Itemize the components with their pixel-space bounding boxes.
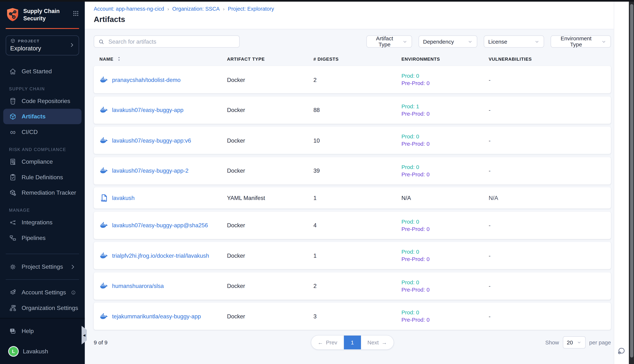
vulnerabilities-cell: - xyxy=(489,137,605,144)
table-row: lavakush07/easy-buggy-app:v6 Docker 10 P… xyxy=(94,127,611,154)
show-label: Show xyxy=(545,340,559,346)
arrow-left-icon: ← xyxy=(318,340,323,346)
prev-page-button[interactable]: ← Prev xyxy=(311,336,344,350)
sidebar-item-rule-definitions[interactable]: Rule Definitions xyxy=(3,170,82,185)
vulnerabilities-cell: - xyxy=(489,222,605,228)
preprod-env-link[interactable]: Pre-Prod: 0 xyxy=(401,317,489,323)
chevron-right-icon xyxy=(69,42,75,48)
environment-type-filter[interactable]: Environment Type xyxy=(550,35,611,48)
prod-env-link[interactable]: Prod: 0 xyxy=(401,73,489,79)
artifact-name-link[interactable]: tejakummarikuntla/easy-buggy-app xyxy=(112,313,201,320)
docker-icon xyxy=(99,166,108,175)
page-header: Account: app-harness-ng-cicd › Organizat… xyxy=(85,2,614,29)
app-grid-icon[interactable] xyxy=(73,7,79,17)
prod-env-link[interactable]: Prod: 0 xyxy=(401,310,489,316)
breadcrumb-project-link[interactable]: Project: Exploratory xyxy=(228,6,274,12)
scrollbar-track[interactable] xyxy=(629,0,634,364)
sidebar-item-pipelines[interactable]: Pipelines xyxy=(3,230,82,246)
sidebar-item-get-started[interactable]: Get Started xyxy=(3,64,82,79)
environments-cell: Prod: 0 Pre-Prod: 0 xyxy=(401,134,489,147)
search-box xyxy=(94,35,240,48)
svg-text:YML: YML xyxy=(101,199,107,202)
vulnerabilities-cell: - xyxy=(489,107,605,113)
table-row: YML lavakush YAML Manifest 1 N/A N/A xyxy=(94,187,611,208)
sidebar-item-account-settings[interactable]: Account Settings xyxy=(3,285,82,300)
sort-icon[interactable] xyxy=(117,56,122,62)
sidebar-item-project-settings[interactable]: Project Settings xyxy=(3,259,82,274)
table-row: lavakush07/easy-buggy-app-2 Docker 39 Pr… xyxy=(94,157,611,184)
artifact-name-link[interactable]: pranaycshah/todolist-demo xyxy=(112,76,180,83)
chat-support-icon[interactable] xyxy=(616,346,626,356)
chevron-down-icon xyxy=(601,39,606,44)
prod-env-link[interactable]: Prod: 0 xyxy=(401,279,489,285)
avatar: L xyxy=(9,347,18,356)
artifact-type-cell: YAML Manifest xyxy=(227,195,313,201)
sidebar-item-artifacts[interactable]: Artifacts xyxy=(3,109,82,124)
prod-env-link[interactable]: Prod: 0 xyxy=(401,249,489,255)
artifact-name-link[interactable]: lavakush07/easy-buggy-app@sha256 xyxy=(112,222,208,228)
artifact-name-link[interactable]: lavakush xyxy=(112,195,135,201)
prod-env-link[interactable]: Prod: 0 xyxy=(401,134,489,140)
brand-header: Supply Chain Security xyxy=(0,0,85,22)
sidebar-item-integrations[interactable]: Integrations xyxy=(3,215,82,230)
column-artifact-type: ARTIFACT TYPE xyxy=(227,56,313,62)
toolbar: Artifact Type Dependency License Environ… xyxy=(85,29,614,48)
preprod-env-link[interactable]: Pre-Prod: 0 xyxy=(401,256,489,262)
window-top-edge xyxy=(0,0,634,2)
preprod-env-link[interactable]: Pre-Prod: 0 xyxy=(401,226,489,232)
artifact-type-cell: Docker xyxy=(227,313,313,320)
prod-env-link[interactable]: Prod: 0 xyxy=(401,164,489,170)
sidebar-item-organization-settings[interactable]: Organization Settings xyxy=(3,300,82,316)
sidebar-item-compliance[interactable]: Compliance xyxy=(3,154,82,170)
artifact-name-link[interactable]: lavakush07/easy-buggy-app:v6 xyxy=(112,137,191,144)
artifact-name-link[interactable]: humanshuarora/slsa xyxy=(112,282,164,289)
preprod-env-link[interactable]: Pre-Prod: 0 xyxy=(401,80,489,86)
dependency-filter[interactable]: Dependency xyxy=(419,35,477,48)
preprod-env-link[interactable]: Pre-Prod: 0 xyxy=(401,110,489,116)
page-size-select[interactable]: 20 xyxy=(563,336,585,348)
artifact-name-link[interactable]: lavakush07/easy-buggy-app-2 xyxy=(112,167,189,174)
prod-env-link[interactable]: Prod: 0 xyxy=(401,218,489,224)
next-page-button[interactable]: Next → xyxy=(361,336,394,350)
vulnerabilities-cell: N/A xyxy=(489,195,605,201)
project-selector-label: PROJECT xyxy=(18,39,40,43)
sidebar-item-cicd[interactable]: ∞ CI/CD xyxy=(3,124,82,140)
user-menu[interactable]: L Lavakush xyxy=(3,344,82,359)
project-selector[interactable]: PROJECT Exploratory xyxy=(6,36,79,56)
help-chat-icon: ? xyxy=(9,327,17,335)
environments-cell: Prod: 0 Pre-Prod: 0 xyxy=(401,218,489,232)
docker-icon xyxy=(99,221,108,230)
sidebar-item-remediation-tracker[interactable]: Remediation Tracker xyxy=(3,185,82,200)
preprod-env-link[interactable]: Pre-Prod: 0 xyxy=(401,141,489,147)
pager: ← Prev 1 Next → xyxy=(310,335,394,350)
vulnerabilities-cell: - xyxy=(489,76,605,83)
cube-wrench-icon xyxy=(9,189,17,197)
brand-accent-line xyxy=(6,28,79,29)
page-number-button[interactable]: 1 xyxy=(344,336,361,350)
artifact-type-cell: Docker xyxy=(227,222,313,228)
table-row: lavakush07/easy-buggy-app@sha256 Docker … xyxy=(94,212,611,239)
environments-cell: Prod: 0 Pre-Prod: 0 xyxy=(401,310,489,323)
vulnerabilities-cell: - xyxy=(489,252,605,259)
sidebar-item-code-repositories[interactable]: </> Code Repositories xyxy=(3,94,82,109)
artifact-name-link[interactable]: lavakush07/easy-buggy-app xyxy=(112,107,183,113)
license-filter[interactable]: License xyxy=(484,35,544,48)
preprod-env-link[interactable]: Pre-Prod: 0 xyxy=(401,171,489,177)
breadcrumb-account-link[interactable]: Account: app-harness-ng-cicd xyxy=(94,6,164,12)
chevron-down-icon xyxy=(577,340,581,345)
artifact-name-link[interactable]: trialpfv2hi.jfrog.io/docker-trial/lavaku… xyxy=(112,252,209,259)
environments-cell: Prod: 0 Pre-Prod: 0 xyxy=(401,164,489,177)
breadcrumb-organization-link[interactable]: Organization: SSCA xyxy=(172,6,220,12)
user-name: Lavakush xyxy=(23,348,48,355)
preprod-env-link[interactable]: Pre-Prod: 0 xyxy=(401,286,489,292)
environments-na: N/A xyxy=(401,195,411,201)
info-icon[interactable] xyxy=(71,290,76,296)
search-input[interactable] xyxy=(108,38,235,45)
prod-env-link[interactable]: Prod: 1 xyxy=(401,103,489,109)
sidebar-item-help[interactable]: ? Help xyxy=(3,323,82,339)
artifact-type-filter[interactable]: Artifact Type xyxy=(366,35,412,48)
vulnerabilities-cell: - xyxy=(489,167,605,174)
arrow-right-icon: → xyxy=(382,340,387,346)
environments-cell: N/A xyxy=(401,195,489,201)
scrollbar-thumb[interactable] xyxy=(630,4,633,358)
